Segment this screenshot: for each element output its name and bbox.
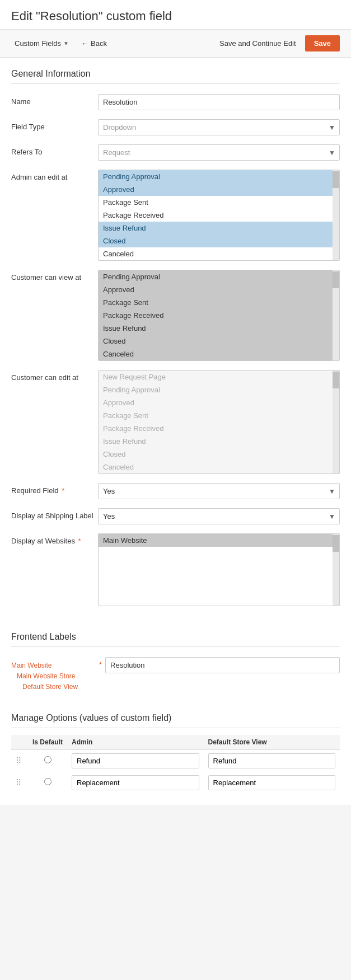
list-item[interactable]: Package Sent [99, 196, 339, 209]
default-store-view-col-header: Default Store View [204, 735, 340, 750]
chevron-down-icon: ▼ [63, 40, 69, 46]
list-item[interactable]: Pending Approval [99, 170, 339, 183]
customer-view-field: Pending ApprovalApprovedPackage SentPack… [98, 270, 340, 361]
display-websites-label: Display at Websites * [11, 533, 98, 545]
store-view-option-input[interactable] [208, 775, 336, 790]
refers-to-field: Request ▼ [98, 144, 340, 161]
list-item[interactable]: Package Received [99, 309, 339, 322]
scrollbar [333, 270, 339, 360]
table-row: ⠿ [11, 772, 340, 794]
list-item[interactable]: New Request Page [99, 371, 339, 383]
drag-handle-icon[interactable]: ⠿ [16, 756, 21, 765]
name-field [98, 94, 340, 110]
page-title: Edit "Resolution" custom field [0, 0, 351, 30]
refers-to-select-wrapper: Request ▼ [98, 144, 340, 161]
field-type-field: Dropdown ▼ [98, 119, 340, 135]
list-item[interactable]: Main Website [99, 534, 339, 547]
list-item[interactable]: Closed [99, 235, 339, 247]
list-item[interactable]: Canceled [99, 461, 339, 473]
name-label: Name [11, 94, 98, 106]
list-item[interactable]: Approved [99, 283, 339, 296]
list-item[interactable]: Issue Refund [99, 435, 339, 448]
admin-col-header: Admin [67, 735, 204, 750]
is-default-radio[interactable] [44, 778, 52, 785]
field-type-select[interactable]: Dropdown [98, 119, 340, 135]
table-row: ⠿ [11, 749, 340, 772]
list-item[interactable]: Issue Refund [99, 222, 339, 235]
list-item[interactable]: Pending Approval [99, 270, 339, 283]
scroll-thumb [333, 372, 339, 388]
breadcrumb-label: Custom Fields [15, 39, 61, 48]
display-shipping-field: Yes ▼ [98, 508, 340, 524]
scrollbar [333, 371, 339, 473]
manage-options-section: Manage Options (values of custom field) … [0, 707, 351, 805]
drag-col-header [11, 735, 28, 750]
list-item[interactable]: Package Sent [99, 409, 339, 422]
frontend-section: Frontend Labels Main Website Main Websit… [0, 621, 351, 707]
general-section: General Information Name Field Type Drop… [0, 58, 351, 621]
display-websites-multiselect[interactable]: Main Website [98, 533, 340, 606]
required-select[interactable]: Yes [98, 483, 340, 499]
frontend-label-field [105, 657, 340, 673]
list-item[interactable]: Package Received [99, 209, 339, 222]
admin-option-input[interactable] [72, 753, 199, 768]
list-item[interactable]: Issue Refund [99, 322, 339, 335]
customer-edit-label: Customer can edit at [11, 370, 98, 382]
list-item[interactable]: Canceled [99, 247, 339, 260]
list-item[interactable]: Package Received [99, 422, 339, 435]
list-item[interactable]: Closed [99, 448, 339, 461]
list-item[interactable]: Approved [99, 396, 339, 409]
display-shipping-select[interactable]: Yes [98, 508, 340, 524]
list-item[interactable]: Approved [99, 183, 339, 196]
required-star: * [99, 657, 105, 669]
display-shipping-label: Display at Shipping Label [11, 508, 98, 520]
back-button[interactable]: ← Back [81, 39, 107, 48]
display-websites-list: Main Website [99, 534, 339, 601]
refers-to-label: Refers To [11, 144, 98, 156]
list-item[interactable]: Pending Approval [99, 383, 339, 396]
customer-edit-row: Customer can edit at New Request PagePen… [11, 370, 340, 474]
breadcrumb-button[interactable]: Custom Fields ▼ [11, 37, 72, 50]
name-input[interactable] [98, 94, 340, 110]
store-view-option-input[interactable] [208, 753, 336, 768]
required-star: * [78, 537, 81, 545]
refers-to-select[interactable]: Request [98, 144, 340, 161]
required-field-label: Required Field * [11, 483, 98, 495]
scrollbar [333, 534, 339, 606]
list-item[interactable]: Package Sent [99, 296, 339, 309]
refers-to-row: Refers To Request ▼ [11, 144, 340, 161]
options-table-header: Is Default Admin Default Store View [11, 735, 340, 750]
display-websites-field: Main Website [98, 533, 340, 606]
frontend-section-title: Frontend Labels [11, 632, 340, 647]
admin-edit-list: Pending ApprovalApprovedPackage SentPack… [99, 170, 339, 260]
field-type-select-wrapper: Dropdown ▼ [98, 119, 340, 135]
display-shipping-select-wrapper: Yes ▼ [98, 508, 340, 524]
scrollbar [333, 170, 339, 260]
required-field-row: Required Field * Yes ▼ [11, 483, 340, 499]
save-continue-button[interactable]: Save and Continue Edit [219, 39, 296, 48]
options-table: Is Default Admin Default Store View ⠿ ⠿ [11, 735, 340, 794]
customer-edit-multiselect[interactable]: New Request PagePending ApprovalApproved… [98, 370, 340, 474]
is-default-radio[interactable] [44, 756, 52, 763]
customer-view-multiselect[interactable]: Pending ApprovalApprovedPackage SentPack… [98, 270, 340, 361]
is-default-col-header: Is Default [28, 735, 67, 750]
page-wrapper: Edit "Resolution" custom field Custom Fi… [0, 0, 351, 805]
frontend-label-row: Main Website Main Website Store Default … [11, 657, 340, 693]
save-button[interactable]: Save [305, 35, 340, 51]
field-type-label: Field Type [11, 119, 98, 131]
required-select-wrapper: Yes ▼ [98, 483, 340, 499]
customer-view-label: Customer can view at [11, 270, 98, 282]
admin-edit-field: Pending ApprovalApprovedPackage SentPack… [98, 170, 340, 261]
customer-edit-field: New Request PagePending ApprovalApproved… [98, 370, 340, 474]
admin-option-input[interactable] [72, 775, 199, 790]
name-row: Name [11, 94, 340, 110]
toolbar: Custom Fields ▼ ← Back Save and Continue… [0, 30, 351, 58]
list-item[interactable]: Canceled [99, 348, 339, 360]
drag-handle-icon[interactable]: ⠿ [16, 778, 21, 787]
list-item[interactable]: Closed [99, 335, 339, 348]
admin-edit-row: Admin can edit at Pending ApprovalApprov… [11, 170, 340, 261]
admin-edit-multiselect[interactable]: Pending ApprovalApprovedPackage SentPack… [98, 170, 340, 261]
scroll-thumb [333, 535, 339, 552]
frontend-label-input[interactable] [105, 657, 340, 673]
required-star: * [62, 486, 64, 495]
